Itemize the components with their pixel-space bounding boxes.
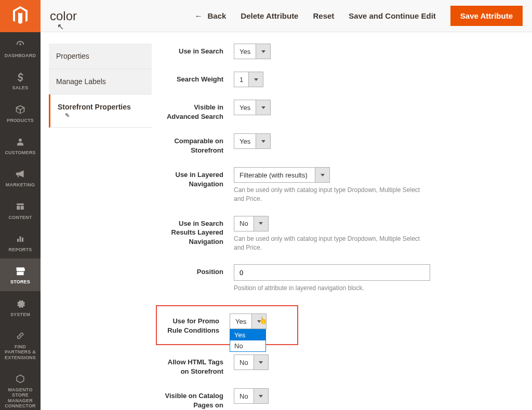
- magento-logo-icon: [11, 6, 29, 26]
- search-layered-select[interactable]: No: [234, 216, 269, 231]
- select-value: Yes: [234, 134, 256, 148]
- use-in-search-select[interactable]: Yes: [234, 44, 271, 59]
- dropdown-toggle[interactable]: [256, 44, 270, 59]
- nav-label: CONTENT: [9, 215, 32, 220]
- bar-chart-icon: [14, 233, 26, 245]
- main-content: color ← Back Delete Attribute Reset Save…: [41, 0, 532, 410]
- megaphone-icon: [14, 168, 26, 180]
- select-value: No: [234, 389, 254, 403]
- save-attribute-button[interactable]: Save Attribute: [450, 6, 523, 26]
- dropdown-toggle[interactable]: [254, 389, 268, 403]
- hexagon-icon: [14, 373, 26, 385]
- delete-attribute-button[interactable]: Delete Attribute: [241, 11, 298, 20]
- field-label: Comparable on Storefront: [161, 133, 234, 155]
- admin-sidebar: DASHBOARD SALES PRODUCTS CUSTOMERS MARKE…: [0, 0, 41, 410]
- tab-label: Storefront Properties: [58, 103, 131, 111]
- dropdown-toggle[interactable]: [254, 355, 268, 370]
- select-value: 1: [234, 72, 248, 87]
- tab-manage-labels[interactable]: Manage Labels: [49, 69, 152, 94]
- dollar-icon: [14, 71, 26, 83]
- back-button[interactable]: ← Back: [194, 11, 226, 20]
- field-label: Use in Search Results Layered Navigation: [161, 216, 234, 247]
- nav-sales[interactable]: SALES: [0, 64, 41, 97]
- select-value: No: [234, 216, 254, 231]
- layered-nav-select[interactable]: Filterable (with results): [234, 167, 330, 183]
- field-visible-advanced: Visible in Advanced Search Yes: [161, 100, 517, 121]
- dropdown-toggle[interactable]: [315, 168, 329, 182]
- dropdown-toggle[interactable]: [254, 216, 268, 231]
- tab-properties[interactable]: Properties: [49, 44, 152, 69]
- header-actions: ← Back Delete Attribute Reset Save and C…: [194, 6, 523, 26]
- select-value: Filterable (with results): [234, 168, 315, 182]
- reset-button[interactable]: Reset: [313, 11, 334, 20]
- dropdown-toggle[interactable]: [256, 134, 270, 148]
- select-value: Yes: [234, 100, 256, 115]
- nav-label: STORES: [10, 279, 30, 284]
- nav-marketing[interactable]: MARKETING: [0, 161, 41, 194]
- pencil-icon: ✎: [65, 112, 144, 119]
- search-weight-select[interactable]: 1: [234, 72, 263, 87]
- field-search-weight: Search Weight 1: [161, 72, 517, 87]
- dashboard-icon: [14, 38, 26, 51]
- field-label: Use in Search: [161, 44, 234, 56]
- nav-label: DASHBOARD: [5, 53, 36, 58]
- field-label: Visible in Advanced Search: [161, 100, 234, 121]
- store-icon: [14, 265, 26, 277]
- dropdown-toggle[interactable]: [248, 72, 263, 87]
- dropdown-option-no[interactable]: No: [230, 340, 265, 351]
- nav-stores[interactable]: STORES: [0, 258, 41, 291]
- nav-content[interactable]: CONTENT: [0, 194, 41, 226]
- promo-rule-highlight: Use for Promo Rule Conditions Yes 👆 Yes …: [156, 305, 298, 345]
- link-icon: [14, 330, 26, 342]
- visible-advanced-select[interactable]: Yes: [234, 100, 271, 115]
- comparable-select[interactable]: Yes: [234, 133, 271, 149]
- visible-catalog-select[interactable]: No: [234, 388, 269, 404]
- save-continue-button[interactable]: Save and Continue Edit: [349, 11, 436, 20]
- promo-rule-select[interactable]: Yes 👆 Yes No: [230, 313, 267, 329]
- nav-products[interactable]: PRODUCTS: [0, 97, 41, 129]
- gear-icon: [14, 297, 26, 310]
- field-position: Position Position of attribute in layere…: [161, 264, 517, 293]
- nav-magento-connector[interactable]: MAGENTO STORE MANAGER CONNECTOR: [0, 366, 41, 410]
- magento-logo[interactable]: [0, 0, 41, 32]
- nav-label: PRODUCTS: [7, 118, 34, 123]
- tabs-panel: Properties Manage Labels Storefront Prop…: [49, 44, 152, 410]
- dropdown-option-yes[interactable]: Yes: [230, 330, 265, 340]
- nav-system[interactable]: SYSTEM: [0, 291, 41, 323]
- page-header: color ← Back Delete Attribute Reset Save…: [41, 0, 532, 32]
- nav-dashboard[interactable]: DASHBOARD: [0, 32, 41, 64]
- field-label: Position: [161, 264, 234, 277]
- dropdown-toggle[interactable]: [256, 100, 270, 115]
- nav-label: FIND PARTNERS & EXTENSIONS: [2, 344, 38, 360]
- nav-label: REPORTS: [9, 247, 32, 252]
- field-comparable: Comparable on Storefront Yes: [161, 133, 517, 155]
- content-icon: [14, 200, 26, 213]
- nav-label: SYSTEM: [10, 312, 30, 317]
- tab-storefront-properties[interactable]: Storefront Properties ✎: [49, 94, 152, 128]
- field-promo-rule: Use for Promo Rule Conditions Yes 👆 Yes …: [162, 313, 292, 335]
- field-visible-catalog: Visible on Catalog Pages on Storefront N…: [161, 388, 517, 410]
- select-value: Yes: [230, 314, 251, 329]
- field-label: Use in Layered Navigation: [161, 167, 234, 188]
- field-label: Use for Promo Rule Conditions: [162, 313, 230, 335]
- field-search-layered: Use in Search Results Layered Navigation…: [161, 216, 517, 252]
- allow-html-select[interactable]: No: [234, 354, 269, 370]
- nav-customers[interactable]: CUSTOMERS: [0, 129, 41, 161]
- help-text: Can be used only with catalog input type…: [234, 235, 431, 252]
- select-value: Yes: [234, 44, 256, 59]
- promo-rule-dropdown: Yes No: [230, 329, 266, 352]
- field-layered-nav: Use in Layered Navigation Filterable (wi…: [161, 167, 517, 203]
- nav-label: MAGENTO STORE MANAGER CONNECTOR: [2, 387, 38, 408]
- content-area: Properties Manage Labels Storefront Prop…: [41, 32, 532, 410]
- nav-label: CUSTOMERS: [5, 150, 35, 155]
- person-icon: [14, 135, 26, 148]
- select-value: No: [234, 355, 254, 370]
- field-label: Allow HTML Tags on Storefront: [161, 354, 234, 376]
- dropdown-toggle[interactable]: [251, 314, 266, 329]
- nav-reports[interactable]: REPORTS: [0, 226, 41, 258]
- nav-partners[interactable]: FIND PARTNERS & EXTENSIONS: [0, 323, 41, 366]
- position-input[interactable]: [234, 264, 430, 281]
- nav-label: SALES: [12, 85, 28, 90]
- form-area: Use in Search Yes Search Weight 1: [161, 44, 524, 410]
- field-use-in-search: Use in Search Yes: [161, 44, 517, 59]
